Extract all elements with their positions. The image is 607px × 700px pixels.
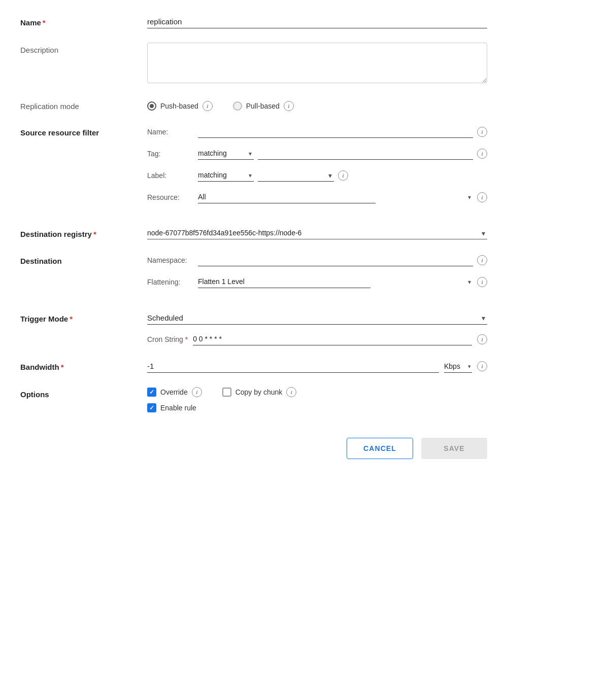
filter-name-input[interactable] bbox=[198, 125, 473, 138]
cron-row: Cron String * i bbox=[147, 333, 487, 345]
destination-registry-label: Destination registry* bbox=[20, 227, 147, 238]
filter-tag-select[interactable]: matching excluding bbox=[198, 147, 254, 160]
destination-registry-input[interactable] bbox=[147, 227, 487, 239]
copy-by-chunk-checkbox[interactable] bbox=[222, 388, 231, 397]
enable-rule-check-icon: ✓ bbox=[149, 405, 154, 411]
copy-by-chunk-info-icon[interactable]: i bbox=[286, 387, 296, 397]
cron-label: Cron String * bbox=[147, 335, 188, 343]
filter-tag-label: Tag: bbox=[147, 150, 193, 158]
namespace-info-icon[interactable]: i bbox=[477, 255, 487, 265]
bandwidth-input[interactable] bbox=[147, 360, 439, 373]
flattening-select[interactable]: Flatten 1 Level No Flattening Flatten Al… bbox=[198, 275, 370, 288]
filter-resource-chevron-icon: ▾ bbox=[468, 194, 471, 201]
enable-rule-checkbox[interactable]: ✓ bbox=[147, 403, 156, 412]
filter-label-value-select[interactable] bbox=[258, 169, 334, 182]
description-input[interactable] bbox=[147, 43, 487, 83]
pull-based-option[interactable]: Pull-based i bbox=[233, 101, 294, 111]
destination-registry-wrapper: ▾ bbox=[147, 227, 487, 239]
flattening-label: Flattening: bbox=[147, 278, 193, 286]
filter-label-select[interactable]: matching excluding bbox=[198, 169, 254, 182]
filter-label-info-icon[interactable]: i bbox=[338, 170, 348, 181]
filter-label-label: Label: bbox=[147, 171, 193, 180]
filter-name-label: Name: bbox=[147, 128, 193, 136]
filter-name-info-icon[interactable]: i bbox=[477, 127, 487, 137]
push-based-info-icon[interactable]: i bbox=[203, 101, 213, 111]
options-label: Options bbox=[20, 387, 147, 399]
pull-based-radio[interactable] bbox=[233, 101, 242, 111]
flattening-chevron-icon: ▾ bbox=[468, 278, 471, 286]
filter-resource-label: Resource: bbox=[147, 193, 193, 201]
bandwidth-unit-wrapper: Kbps Mbps ▾ bbox=[444, 360, 472, 373]
namespace-row: Namespace: i bbox=[147, 254, 487, 266]
flattening-row: Flattening: Flatten 1 Level No Flattenin… bbox=[147, 275, 487, 288]
bandwidth-unit-select[interactable]: Kbps Mbps bbox=[444, 360, 472, 373]
destination-label: Destination bbox=[20, 254, 147, 265]
name-input[interactable] bbox=[147, 15, 487, 28]
options-content: ✓ Override i Copy by chunk i bbox=[147, 387, 487, 397]
filter-tag-info-icon[interactable]: i bbox=[477, 149, 487, 159]
filter-tag-row: Tag: matching excluding ▾ i bbox=[147, 147, 487, 160]
filter-resource-row: Resource: All Image Chart ▾ i bbox=[147, 191, 487, 203]
trigger-mode-wrapper: Scheduled Event Based Manual ▾ bbox=[147, 311, 487, 325]
replication-mode-label: Replication mode bbox=[20, 99, 147, 111]
cron-info-icon[interactable]: i bbox=[477, 334, 487, 344]
flattening-info-icon[interactable]: i bbox=[477, 277, 487, 287]
namespace-input[interactable] bbox=[198, 254, 473, 266]
override-option[interactable]: ✓ Override i bbox=[147, 387, 202, 397]
filter-resource-select[interactable]: All Image Chart bbox=[198, 191, 376, 203]
filter-resource-info-icon[interactable]: i bbox=[477, 192, 487, 202]
push-based-radio[interactable] bbox=[147, 101, 156, 111]
pull-based-info-icon[interactable]: i bbox=[284, 101, 294, 111]
trigger-mode-label: Trigger Mode* bbox=[20, 311, 147, 323]
namespace-label: Namespace: bbox=[147, 256, 193, 264]
filter-label-row: Label: matching excluding ▾ ▾ bbox=[147, 169, 487, 182]
description-label: Description bbox=[20, 43, 147, 54]
trigger-mode-select[interactable]: Scheduled Event Based Manual bbox=[147, 311, 487, 325]
button-row: CANCEL SAVE bbox=[20, 438, 487, 474]
override-checkbox[interactable]: ✓ bbox=[147, 388, 156, 397]
filter-name-row: Name: i bbox=[147, 125, 487, 138]
override-info-icon[interactable]: i bbox=[192, 387, 202, 397]
copy-by-chunk-option[interactable]: Copy by chunk i bbox=[222, 387, 297, 397]
cron-input[interactable] bbox=[193, 333, 472, 345]
cancel-button[interactable]: CANCEL bbox=[347, 438, 413, 459]
name-field-label: Name* bbox=[20, 15, 147, 27]
source-filter-label: Source resource filter bbox=[20, 125, 147, 137]
filter-tag-value-input[interactable] bbox=[258, 147, 473, 160]
save-button[interactable]: SAVE bbox=[421, 438, 487, 459]
override-check-icon: ✓ bbox=[149, 389, 154, 395]
push-based-option[interactable]: Push-based i bbox=[147, 101, 213, 111]
bandwidth-label: Bandwidth* bbox=[20, 360, 147, 371]
enable-rule-row: ✓ Enable rule bbox=[147, 403, 487, 412]
bandwidth-row: Kbps Mbps ▾ i bbox=[147, 360, 487, 373]
bandwidth-info-icon[interactable]: i bbox=[477, 361, 487, 371]
